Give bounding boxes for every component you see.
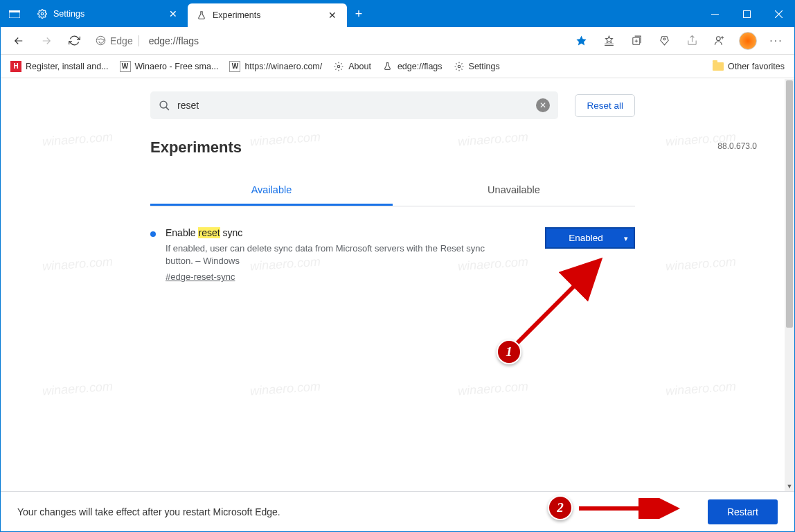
gear-icon	[333, 61, 344, 72]
address-app-label: Edge	[110, 35, 139, 46]
bookmark-item[interactable]: Settings	[454, 61, 500, 72]
close-window-button[interactable]	[762, 1, 794, 27]
search-box[interactable]: ✕	[150, 91, 558, 119]
share-icon[interactable]	[679, 30, 704, 52]
browser-toolbar: Edge edge://flags ···	[1, 27, 794, 55]
close-icon[interactable]: ✕	[167, 8, 179, 20]
scrollbar-thumb[interactable]	[786, 80, 793, 328]
bookmark-label: edge://flags	[398, 62, 443, 71]
flask-icon	[196, 10, 207, 21]
other-favorites[interactable]: Other favorites	[713, 62, 785, 71]
svg-point-8	[716, 37, 720, 41]
shopping-icon[interactable]	[652, 30, 677, 52]
restart-bar: Your changes will take effect after you …	[1, 491, 794, 531]
flag-state-select[interactable]: Enabled ▾	[545, 227, 635, 249]
flag-anchor-link[interactable]: #edge-reset-sync	[166, 272, 235, 282]
back-button[interactable]	[6, 30, 31, 52]
bookmark-label: Winaero - Free sma...	[135, 62, 219, 71]
svg-point-11	[160, 101, 167, 108]
minimize-button[interactable]	[699, 1, 731, 27]
bookmark-icon: H	[10, 61, 21, 72]
address-bar[interactable]: Edge edge://flags	[89, 30, 566, 51]
favorites-list-icon[interactable]	[596, 30, 621, 52]
clear-search-button[interactable]: ✕	[536, 98, 550, 112]
svg-rect-1	[9, 10, 20, 12]
bookmark-label: https://winaero.com/	[244, 62, 322, 71]
svg-point-2	[41, 12, 44, 15]
folder-icon	[713, 62, 724, 71]
flag-description: If enabled, user can delete sync data fr…	[166, 242, 491, 267]
profile-icon[interactable]	[707, 30, 732, 52]
bookmark-item[interactable]: edge://flags	[382, 61, 443, 72]
flags-tabs: Available Unavailable	[150, 176, 635, 206]
scroll-down-icon[interactable]: ▼	[785, 481, 794, 491]
bookmark-label: Other favorites	[728, 62, 785, 71]
annotation-badge-1: 1	[497, 339, 521, 364]
flag-indicator-icon	[150, 231, 156, 237]
bookmark-label: Settings	[469, 62, 500, 71]
restart-message: Your changes will take effect after you …	[17, 506, 280, 517]
flask-icon	[382, 61, 393, 72]
restart-button[interactable]: Restart	[708, 499, 778, 524]
bookmark-icon: W	[120, 61, 131, 72]
flag-row: Enable reset sync If enabled, user can d…	[150, 227, 635, 283]
vertical-scrollbar[interactable]: ▲ ▼	[785, 79, 794, 491]
tab-experiments[interactable]: Experiments ✕	[188, 3, 347, 27]
refresh-button[interactable]	[62, 30, 87, 52]
svg-rect-3	[711, 14, 719, 15]
collections-icon[interactable]	[624, 30, 649, 52]
bookmark-item[interactable]: H Register, install and...	[10, 61, 109, 72]
svg-point-7	[663, 38, 666, 40]
bookmarks-bar: H Register, install and... W Winaero - F…	[1, 55, 794, 78]
chevron-down-icon: ▾	[624, 233, 628, 242]
page-title: Experiments	[150, 139, 635, 157]
tab-unavailable[interactable]: Unavailable	[393, 176, 635, 206]
svg-point-10	[458, 65, 461, 68]
edge-logo-icon	[95, 35, 106, 46]
favorite-star-icon[interactable]	[569, 30, 593, 52]
window-titlebar: Settings ✕ Experiments ✕ +	[1, 1, 794, 27]
tab-settings[interactable]: Settings ✕	[28, 1, 188, 27]
version-label: 88.0.673.0	[717, 141, 757, 151]
annotation-badge-2: 2	[548, 495, 573, 520]
search-input[interactable]	[177, 100, 529, 111]
tab-available[interactable]: Available	[150, 176, 393, 206]
flag-title: Enable reset sync	[166, 227, 535, 238]
maximize-button[interactable]	[731, 1, 762, 27]
bookmark-item[interactable]: About	[333, 61, 371, 72]
reset-all-button[interactable]: Reset all	[575, 94, 635, 117]
window-controls	[699, 1, 794, 27]
close-icon[interactable]: ✕	[326, 9, 339, 21]
bookmark-icon: W	[229, 61, 240, 72]
bookmark-item[interactable]: W https://winaero.com/	[229, 61, 322, 72]
menu-button[interactable]: ···	[764, 30, 789, 52]
page-content: ✕ Reset all Experiments 88.0.673.0 Avail…	[1, 79, 785, 491]
svg-point-9	[338, 65, 341, 68]
tab-title: Settings	[53, 9, 161, 19]
bookmark-label: Register, install and...	[26, 62, 109, 71]
gear-icon	[454, 61, 465, 72]
forward-button[interactable]	[34, 30, 59, 52]
bookmark-item[interactable]: W Winaero - Free sma...	[120, 61, 219, 72]
tab-title: Experiments	[213, 10, 321, 20]
svg-rect-4	[743, 10, 750, 17]
select-value: Enabled	[569, 233, 603, 243]
bookmark-label: About	[348, 62, 371, 71]
user-avatar[interactable]	[739, 32, 757, 50]
search-icon	[159, 100, 170, 112]
new-tab-button[interactable]: +	[347, 1, 370, 27]
gear-icon	[37, 8, 48, 19]
taskview-icon[interactable]	[1, 1, 28, 27]
address-url: edge://flags	[143, 35, 199, 46]
